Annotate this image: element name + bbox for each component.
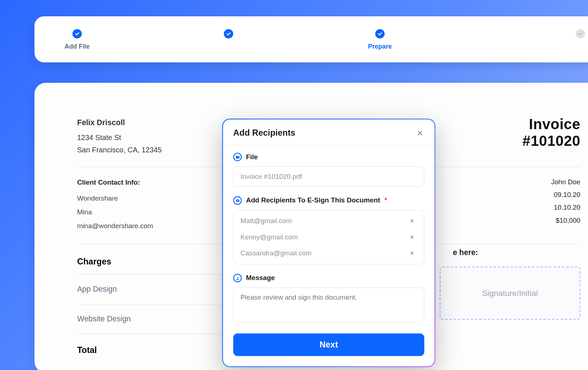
user-icon [233, 274, 242, 283]
recipients-label: Add Recipients To E-Sign This Document [246, 197, 380, 204]
mail-icon [233, 196, 242, 205]
meta-val: 09.10.20 [554, 191, 580, 199]
file-input[interactable] [233, 166, 424, 187]
check-icon [73, 29, 82, 38]
invoice-number: #101020 [522, 133, 580, 149]
remove-recipient-button[interactable]: × [407, 233, 417, 241]
modal-title: Add Recipients [233, 128, 295, 138]
check-icon [375, 29, 385, 38]
recipient-email: Kenny@gmail.com [241, 233, 298, 241]
sender-block: Felix Driscoll 1234 State St San Francis… [77, 116, 162, 157]
close-button[interactable] [416, 129, 424, 137]
sender-addr2: San Francisco, CA, 12345 [77, 144, 162, 157]
message-label: Message [246, 274, 275, 282]
charge-name: Website Design [77, 315, 131, 324]
recipient-row: Matt@gmail.com × [234, 213, 424, 229]
svg-rect-1 [236, 156, 237, 156]
charge-name: App Design [77, 285, 117, 294]
client-email: mina@wondershare.com [77, 219, 153, 234]
invoice-title-word: Invoice [522, 116, 580, 133]
sender-name: Felix Driscoll [77, 116, 162, 130]
check-icon [576, 29, 585, 38]
step-4[interactable] [563, 29, 588, 50]
file-label: File [246, 153, 258, 161]
stepper-bar: Add File Prepare [34, 16, 588, 62]
step-label: Prepare [368, 43, 392, 50]
step-prepare[interactable]: Prepare [363, 29, 397, 50]
next-button[interactable]: Next [233, 333, 424, 356]
add-recipients-modal: Add Recipients File [222, 119, 436, 367]
svg-point-3 [237, 277, 238, 278]
required-asterisk: * [384, 197, 387, 204]
message-input[interactable] [233, 287, 424, 322]
client-header: Client Contact Info: [77, 176, 153, 190]
recipient-email: Cassandra@gmail.com [241, 250, 312, 257]
recipient-row: Kenny@gmail.com × [234, 229, 424, 245]
signature-box[interactable]: Signature/Initial [440, 267, 580, 320]
remove-recipient-button[interactable]: × [407, 217, 417, 225]
invoice-title: Invoice #101020 [522, 116, 580, 149]
recipients-list: Matt@gmail.com × Kenny@gmail.com × Cassa… [233, 210, 424, 264]
recipient-email: Matt@gmail.com [241, 217, 292, 225]
signature-placeholder: Signature/Initial [482, 288, 538, 298]
sender-addr1: 1234 State St [77, 131, 162, 144]
step-2[interactable] [212, 29, 246, 50]
file-icon [233, 153, 242, 161]
client-block: Client Contact Info: Wondershare Mina mi… [77, 176, 153, 233]
remove-recipient-button[interactable]: × [407, 250, 417, 257]
step-add-file[interactable]: Add File [60, 29, 94, 50]
meta-val: $10,000 [556, 217, 580, 224]
meta-val: John Doe [551, 178, 580, 186]
check-icon [224, 29, 233, 38]
client-name: Mina [77, 205, 153, 219]
client-company: Wondershare [77, 192, 153, 206]
recipient-row: Cassandra@gmail.com × [234, 245, 424, 262]
step-label: Add File [65, 43, 90, 50]
close-icon [416, 129, 424, 137]
svg-rect-2 [236, 199, 239, 201]
meta-val: 10.10.20 [554, 204, 580, 211]
